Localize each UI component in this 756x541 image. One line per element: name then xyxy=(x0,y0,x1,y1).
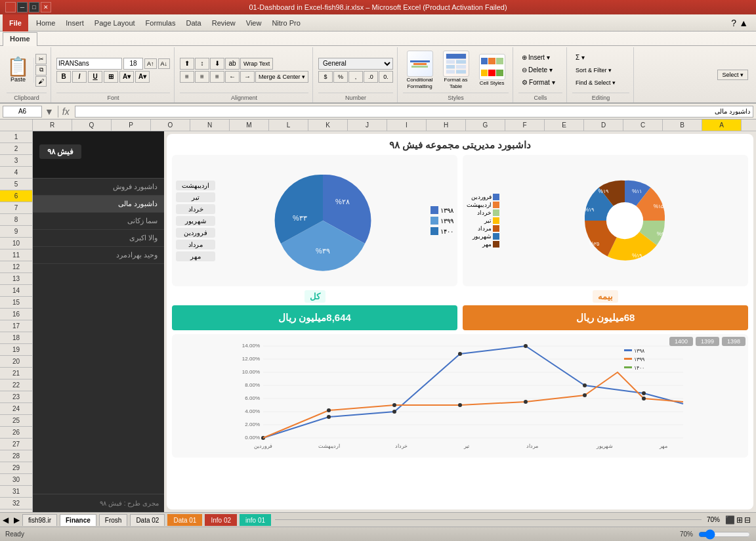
row-header-29[interactable]: 29 xyxy=(0,462,32,474)
review-menu[interactable]: Review xyxy=(207,16,241,30)
view-preview-btn[interactable]: ⊟ xyxy=(744,515,751,525)
sheet-tab-info-01[interactable]: info 01 xyxy=(240,514,271,526)
row-header-5[interactable]: 5 xyxy=(0,179,32,190)
increase-font-btn[interactable]: A↑ xyxy=(144,58,157,69)
autosum-btn[interactable]: Σ ▾ xyxy=(572,52,619,64)
fill-color-btn[interactable]: A▾ xyxy=(119,71,134,83)
border-btn[interactable]: ⊞ xyxy=(104,71,118,83)
decrease-indent-btn[interactable]: ← xyxy=(225,71,240,83)
sheet-tab-fish98.ir[interactable]: fish98.ir xyxy=(22,514,57,526)
decrease-decimal-btn[interactable]: 0. xyxy=(379,71,393,83)
row-header-1[interactable]: 1 xyxy=(0,131,32,143)
col-header-b[interactable]: B xyxy=(663,119,702,131)
row-header-16[interactable]: 16 xyxy=(0,309,32,320)
format-painter-btn[interactable]: 🖌 xyxy=(35,76,47,87)
row-header-32[interactable]: 32 xyxy=(0,498,32,509)
row-header-9[interactable]: 9 xyxy=(0,226,32,238)
row-header-13[interactable]: 13 xyxy=(0,273,32,285)
sheet-tab-data-01[interactable]: Data 01 xyxy=(167,514,202,526)
bold-btn[interactable]: B xyxy=(56,71,71,83)
delete-cells-btn[interactable]: ⊖Delete ▾ xyxy=(518,64,558,76)
col-header-r[interactable]: R xyxy=(33,119,72,131)
row-header-28[interactable]: 28 xyxy=(0,450,32,462)
align-bottom-btn[interactable]: ⬇ xyxy=(210,58,224,70)
sidebar-item-sales-dashboard[interactable]: داشبورد فروش xyxy=(33,179,164,196)
align-middle-btn[interactable]: ↕ xyxy=(195,58,209,70)
month-btn-mordad[interactable]: مرداد xyxy=(176,240,215,249)
close-btn[interactable]: ✕ xyxy=(41,2,51,12)
year-1398-btn[interactable]: 1398 xyxy=(722,337,746,346)
col-header-g[interactable]: G xyxy=(466,119,505,131)
row-header-31[interactable]: 31 xyxy=(0,486,32,498)
col-header-q[interactable]: Q xyxy=(72,119,112,131)
row-header-23[interactable]: 23 xyxy=(0,391,32,403)
data-menu[interactable]: Data xyxy=(180,16,206,30)
help-icon[interactable]: ? xyxy=(731,18,736,28)
minimize-btn[interactable]: ─ xyxy=(17,2,28,12)
sidebar-item-vahid-bahramrad[interactable]: وحید بهرادمرد xyxy=(33,247,164,264)
col-header-j[interactable]: J xyxy=(348,119,387,131)
sheet-tab-finance[interactable]: Finance xyxy=(60,514,96,526)
view-normal-btn[interactable]: ⬛ xyxy=(725,515,735,525)
sheet-tab-prev-btn[interactable]: ◀ xyxy=(0,515,11,525)
col-header-m[interactable]: M xyxy=(230,119,269,131)
row-header-14[interactable]: 14 xyxy=(0,285,32,297)
align-top-btn[interactable]: ⬆ xyxy=(180,58,194,70)
maximize-btn[interactable]: □ xyxy=(29,2,39,12)
month-btn-khordad[interactable]: خرداد xyxy=(176,204,215,214)
view-menu[interactable]: View xyxy=(241,16,267,30)
align-right-btn[interactable]: ≡ xyxy=(210,71,224,83)
page-layout-menu[interactable]: Page Layout xyxy=(89,16,140,30)
formula-expand-btn[interactable]: ▼ xyxy=(45,106,54,117)
row-header-4[interactable]: 4 xyxy=(0,167,32,179)
paste-btn[interactable]: 📋 xyxy=(7,58,30,76)
month-btn-ardibehesht[interactable]: اردیبهشت xyxy=(176,181,215,190)
comma-btn[interactable]: , xyxy=(348,71,363,83)
month-btn-shahrivar[interactable]: شهریور xyxy=(176,216,215,226)
col-header-n[interactable]: N xyxy=(190,119,230,131)
year-1399-btn[interactable]: 1399 xyxy=(696,337,719,346)
formulas-menu[interactable]: Formulas xyxy=(140,16,181,30)
row-header-8[interactable]: 8 xyxy=(0,214,32,226)
minimize-ribbon-icon[interactable]: ▲ xyxy=(739,18,748,28)
row-header-15[interactable]: 15 xyxy=(0,297,32,309)
col-header-h[interactable]: H xyxy=(427,119,466,131)
formula-input[interactable] xyxy=(75,106,753,118)
sheet-tab-next-btn[interactable]: ▶ xyxy=(11,515,22,525)
row-header-24[interactable]: 24 xyxy=(0,403,32,415)
col-header-l[interactable]: L xyxy=(269,119,308,131)
row-header-22[interactable]: 22 xyxy=(0,379,32,391)
format-as-table-btn[interactable]: Format as Table xyxy=(439,49,472,91)
sheet-tab-frosh[interactable]: Frosh xyxy=(99,514,128,526)
percent-btn[interactable]: % xyxy=(333,71,348,83)
col-header-p[interactable]: P xyxy=(112,119,151,131)
fx-btn[interactable]: fx xyxy=(62,106,70,117)
tab-home[interactable]: Home xyxy=(3,32,37,46)
font-color-btn[interactable]: A▾ xyxy=(135,71,150,83)
underline-btn[interactable]: U xyxy=(88,71,102,83)
cell-reference-box[interactable] xyxy=(3,106,42,118)
sidebar-item-vala-akbari[interactable]: والا اکبری xyxy=(33,230,164,247)
sheet-tab-data-02[interactable]: Data 02 xyxy=(130,514,165,526)
col-header-i[interactable]: I xyxy=(387,119,427,131)
cut-btn[interactable]: ✂ xyxy=(35,54,47,64)
merge-center-btn[interactable]: Merge & Center ▾ xyxy=(255,71,308,83)
zoom-slider[interactable] xyxy=(698,530,751,538)
col-header-d[interactable]: D xyxy=(584,119,623,131)
month-btn-tir[interactable]: تیر xyxy=(176,192,215,202)
col-header-c[interactable]: C xyxy=(623,119,663,131)
increase-decimal-btn[interactable]: .0 xyxy=(364,71,378,83)
month-btn-farvardin[interactable]: فروردین xyxy=(176,228,215,238)
row-header-6[interactable]: 6 xyxy=(0,190,32,202)
wrap-text-btn[interactable]: Wrap Text xyxy=(240,58,273,70)
row-header-2[interactable]: 2 xyxy=(0,143,32,155)
row-header-33[interactable]: 33 xyxy=(0,509,32,512)
row-header-26[interactable]: 26 xyxy=(0,427,32,439)
sheet-tab-info-02[interactable]: Info 02 xyxy=(205,514,237,526)
row-header-27[interactable]: 27 xyxy=(0,439,32,450)
cell-styles-btn[interactable]: Cell Styles xyxy=(475,52,509,89)
file-menu-btn[interactable]: File xyxy=(3,14,28,32)
increase-indent-btn[interactable]: → xyxy=(240,71,255,83)
col-header-o[interactable]: O xyxy=(151,119,190,131)
year-1400-btn[interactable]: 1400 xyxy=(669,337,693,346)
